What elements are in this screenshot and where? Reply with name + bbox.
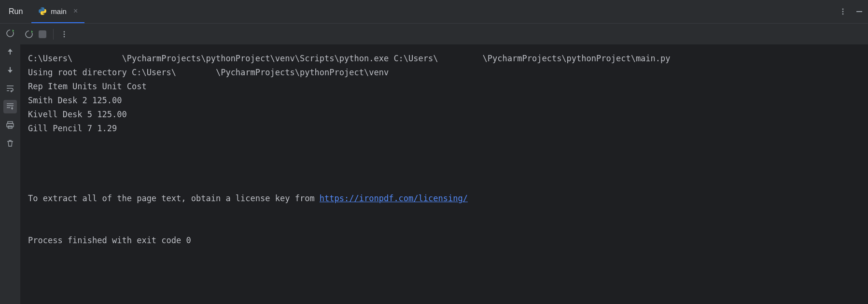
svg-point-7 <box>64 31 65 32</box>
output-line: Kivell Desk 5 125.00 <box>28 110 127 119</box>
run-panel-topbar: Run main × <box>0 0 868 24</box>
more-options-icon[interactable] <box>839 8 847 15</box>
svg-rect-3 <box>856 11 862 12</box>
svg-rect-5 <box>7 124 14 127</box>
run-tab-main[interactable]: main × <box>31 0 84 23</box>
soft-wrap-icon[interactable] <box>3 82 17 95</box>
output-line: Gill Pencil 7 1.29 <box>28 124 117 133</box>
svg-point-9 <box>64 36 65 37</box>
close-tab-icon[interactable]: × <box>73 7 78 15</box>
license-link[interactable]: https://ironpdf.com/licensing/ <box>320 193 468 203</box>
scroll-to-end-icon[interactable] <box>3 100 17 113</box>
toolbar-more-icon[interactable] <box>60 30 68 38</box>
run-panel-body: C:\Users\ \PycharmProjects\pythonProject… <box>0 24 868 304</box>
svg-point-2 <box>842 14 844 15</box>
output-line: Smith Desk 2 125.00 <box>28 96 122 105</box>
trash-icon[interactable] <box>3 137 17 150</box>
console-output[interactable]: C:\Users\ \PycharmProjects\pythonProject… <box>20 45 868 254</box>
minimize-icon[interactable] <box>855 8 863 15</box>
svg-point-8 <box>64 33 65 35</box>
stop-icon[interactable] <box>39 30 46 38</box>
console-area: C:\Users\ \PycharmProjects\pythonProject… <box>20 24 868 304</box>
toolbar-divider <box>53 29 54 40</box>
rerun-toolbar-icon[interactable] <box>24 29 34 39</box>
output-license-text: To extract all of the page text, obtain … <box>28 193 320 203</box>
output-line: C:\Users\ \PycharmProjects\pythonProject… <box>28 54 675 63</box>
output-exit-line: Process finished with exit code 0 <box>28 235 191 245</box>
svg-point-0 <box>842 9 844 10</box>
svg-point-1 <box>842 11 844 13</box>
rerun-icon[interactable] <box>3 27 17 40</box>
up-arrow-icon[interactable] <box>3 45 17 58</box>
run-gutter-toolbar <box>0 24 20 304</box>
run-panel-title: Run <box>0 7 31 16</box>
output-line: Using root directory C:\Users\ \PycharmP… <box>28 68 389 77</box>
python-file-icon <box>38 7 47 15</box>
console-toolbar <box>20 24 868 45</box>
down-arrow-icon[interactable] <box>3 63 17 77</box>
output-line: Rep Item Units Unit Cost <box>28 82 147 91</box>
run-tab-label: main <box>51 7 67 15</box>
print-icon[interactable] <box>3 118 17 132</box>
